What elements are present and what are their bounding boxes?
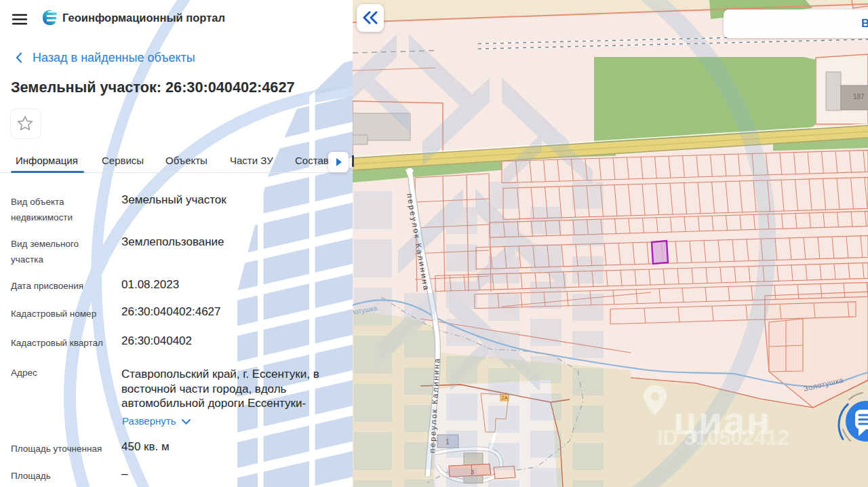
svg-text:ID 310502412: ID 310502412 xyxy=(657,426,789,450)
